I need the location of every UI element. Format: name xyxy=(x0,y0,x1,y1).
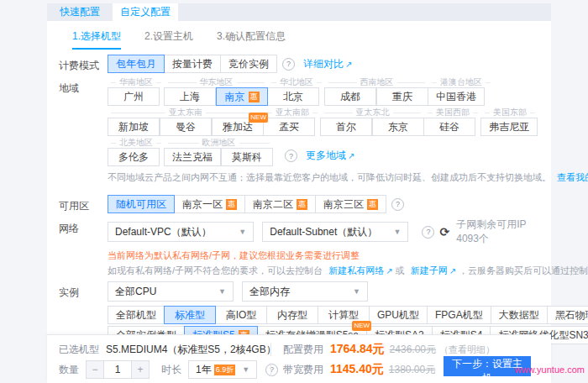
config-card: 1.选择机型 2.设置主机 3.确认配置信息 计费模式 包年包月 按量计费 竞价… xyxy=(47,21,551,334)
region-button-tokyo[interactable]: 东京 xyxy=(372,118,424,136)
region-button-siliconvalley[interactable]: 硅谷 xyxy=(423,118,475,136)
create-subnet-link[interactable]: 新建子网↗ xyxy=(411,265,456,275)
region-button-nanjing[interactable]: 南京惠 xyxy=(216,87,268,106)
footer-divider xyxy=(270,343,271,356)
duration-select[interactable]: 1年 6.9折 ▼ xyxy=(188,360,257,379)
region-button-virginia[interactable]: 弗吉尼亚 xyxy=(480,118,538,136)
region-button-seoul[interactable]: 首尔 xyxy=(320,118,372,136)
quantity-value: 1 xyxy=(103,360,132,379)
family-tab-fpga[interactable]: FPGA机型 xyxy=(427,306,491,324)
instance-family-tabs: 全部机型 标准型 高IO型 内存型 计算型 GPU机型 FPGA机型 大数据型 … xyxy=(108,306,588,324)
plus-icon[interactable]: + xyxy=(131,360,150,379)
region-button-jakarta[interactable]: 雅加达NEW xyxy=(212,118,264,136)
price-footer: 已选机型 S5.MEDIUM4（标准型S5，2核4GB） 配置费用 1764.8… xyxy=(47,334,551,383)
caret-down-icon: ▼ xyxy=(218,287,226,296)
wizard-steps: 1.选择机型 2.设置主机 3.确认配置信息 xyxy=(47,21,551,50)
tab-custom-config[interactable]: 自定义配置 xyxy=(113,3,178,21)
region-button-singapore[interactable]: 新加坡 xyxy=(108,118,160,136)
help-icon[interactable]: ? xyxy=(265,364,278,376)
cpu-filter-select[interactable]: 全部CPU▼ xyxy=(108,281,234,302)
next-step-button[interactable]: 下一步：设置主机 xyxy=(444,356,531,376)
billing-option-pay-as-you-go[interactable]: 按量计费 xyxy=(164,55,221,73)
step-setup-host[interactable]: 2.设置主机 xyxy=(144,29,193,50)
config-fee-original: 2436.00元 xyxy=(390,343,436,357)
config-fee-note: （查看明细） xyxy=(439,344,495,356)
family-tab-bigdata[interactable]: 大数据型 xyxy=(491,306,548,324)
family-tab-memory[interactable]: 内存型 xyxy=(266,306,318,324)
region-button-chengdu[interactable]: 成都 xyxy=(324,87,376,106)
family-tab-all[interactable]: 全部机型 xyxy=(108,306,165,324)
network-note: 如现有私有网络/子网不符合您的要求，可以去控制台 新建私有网络↗ 或 新建子网↗… xyxy=(108,265,541,277)
step-select-model[interactable]: 1.选择机型 xyxy=(72,29,121,50)
zone-group: 随机可用区 南京一区惠 南京二区惠 南京三区惠 xyxy=(108,195,386,213)
bandwidth-fee-original: 1380.00元 xyxy=(389,363,435,377)
region-group-header: 华东地区 xyxy=(165,77,268,87)
cpu-filter-value: 全部CPU xyxy=(115,285,212,299)
family-tab-gpu[interactable]: GPU机型 xyxy=(369,306,428,324)
family-tab-standard[interactable]: 标准型 xyxy=(164,306,216,324)
minus-icon[interactable]: − xyxy=(86,360,104,379)
tab-quick-config[interactable]: 快速配置 xyxy=(47,3,113,21)
step-confirm-config[interactable]: 3.确认配置信息 xyxy=(217,29,286,50)
zone-button-random[interactable]: 随机可用区 xyxy=(108,195,175,213)
subnet-ip-hint: 子网剩余可用IP 4093个 xyxy=(456,218,541,246)
region-button-shanghai[interactable]: 上海 xyxy=(164,87,216,106)
quantity-stepper: − 1 + xyxy=(86,360,150,379)
region-button-chongqing[interactable]: 重庆 xyxy=(376,87,428,106)
region-grid-row-2: 亚太东南 新加坡 曼谷 雅加达NEW 亚太南部 孟买 亚太东北 首尔 东京 xyxy=(108,108,541,136)
billing-option-spot[interactable]: 竞价实例 xyxy=(220,55,277,73)
create-vpc-link[interactable]: 新建私有网络↗ xyxy=(328,265,392,275)
region-group-header: 华北地区 xyxy=(268,77,325,87)
billing-compare-link[interactable]: 详细对比↗ xyxy=(303,57,352,71)
billing-mode-label: 计费模式 xyxy=(59,55,108,73)
new-badge: NEW xyxy=(249,113,268,123)
config-fee-value: 1764.84元 xyxy=(330,342,385,357)
help-icon[interactable]: ? xyxy=(391,198,404,211)
region-grid-row-3: 北美地区 多伦多 欧洲地区 法兰克福 莫斯科 ? 更多地域↗ xyxy=(108,138,541,166)
duration-value: 1年 xyxy=(196,363,212,377)
selected-model-label: 已选机型 xyxy=(59,343,99,357)
family-tab-high-io[interactable]: 高IO型 xyxy=(215,306,267,324)
config-form: 计费模式 包年包月 按量计费 竞价实例 ? 详细对比↗ 地域 xyxy=(47,50,551,365)
discount-badge: 惠 xyxy=(297,199,307,210)
region-button-moscow[interactable]: 莫斯科 xyxy=(221,148,273,166)
zone-button-nanjing-3[interactable]: 南京三区惠 xyxy=(315,195,386,213)
help-icon[interactable]: ? xyxy=(422,226,434,239)
subnet-select[interactable]: Default-Subnet（默认）▼ xyxy=(262,222,408,242)
my-cvm-regions-link[interactable]: 查看我的云服务器地域↗ xyxy=(557,172,588,182)
region-button-toronto[interactable]: 多伦多 xyxy=(108,148,160,166)
region-grid-row-1: 华南地区 广州 华东地区 上海 南京惠 华北地区 北京 西南地区 成都 xyxy=(108,77,541,106)
network-row: 网络 Default-VPC（默认）▼ Default-Subnet（默认）▼ … xyxy=(59,218,541,277)
zone-button-label: 南京三区 xyxy=(323,197,364,212)
region-button-guangzhou[interactable]: 广州 xyxy=(108,87,160,106)
help-icon[interactable]: ? xyxy=(282,58,295,71)
region-group-header: 北美地区 xyxy=(108,138,165,148)
zone-button-nanjing-2[interactable]: 南京二区惠 xyxy=(244,195,316,213)
external-link-icon: ↗ xyxy=(386,266,392,275)
duration-label: 时长 xyxy=(161,363,181,377)
region-button-beijing[interactable]: 北京 xyxy=(267,87,319,106)
network-note-prefix: 如现有私有网络/子网不符合您的要求，可以去控制台 xyxy=(108,265,323,275)
billing-option-prepaid[interactable]: 包年包月 xyxy=(108,55,165,73)
discount-badge: 惠 xyxy=(226,199,237,210)
region-button-frankfurt[interactable]: 法兰克福 xyxy=(164,148,221,166)
region-button-hongkong[interactable]: 中国香港 xyxy=(428,87,485,106)
vpc-select[interactable]: Default-VPC（默认）▼ xyxy=(108,222,254,242)
zone-button-label: 南京一区 xyxy=(182,197,223,212)
config-fee-label: 配置费用 xyxy=(283,343,323,357)
memory-filter-value: 全部内存 xyxy=(249,285,346,299)
caret-down-icon: ▼ xyxy=(239,228,246,236)
region-button-label: 南京 xyxy=(225,90,245,104)
refresh-icon[interactable]: ⟳ xyxy=(439,225,449,239)
family-tab-baremetal[interactable]: 黑石物理服务器2.0 xyxy=(547,306,588,324)
network-note-suffix: ，云服务器购买后可以通过控制台切换私有网络完成私有网络/子网的切换 xyxy=(459,265,588,275)
help-icon[interactable]: ? xyxy=(285,150,297,162)
region-button-bangkok[interactable]: 曼谷 xyxy=(160,118,212,136)
zone-button-nanjing-1[interactable]: 南京一区惠 xyxy=(174,195,245,213)
discount-badge: 惠 xyxy=(249,92,260,102)
zone-row: 可用区 随机可用区 南京一区惠 南京二区惠 南京三区惠 ? xyxy=(59,195,541,213)
more-regions-link[interactable]: 更多地域↗ xyxy=(306,149,354,163)
memory-filter-select[interactable]: 全部内存▼ xyxy=(242,281,368,302)
caret-down-icon: ▼ xyxy=(353,287,360,296)
region-button-mumbai[interactable]: 孟买 xyxy=(263,118,315,136)
